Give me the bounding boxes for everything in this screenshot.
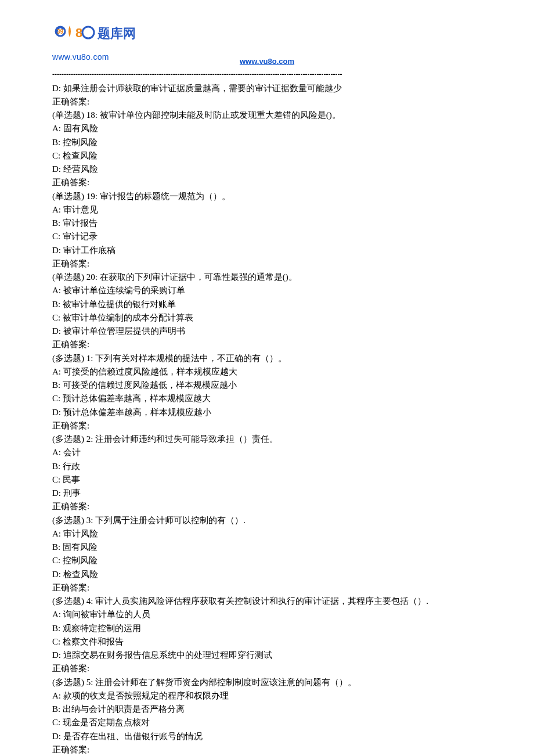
text-line: C: 现金是否定期盘点核对 bbox=[52, 716, 482, 729]
text-line: 正确答案: bbox=[52, 257, 482, 271]
text-line: D: 检查风险 bbox=[52, 568, 482, 581]
text-line: D: 被审计单位管理层提供的声明书 bbox=[52, 325, 482, 338]
text-line: 正确答案: bbox=[52, 419, 482, 433]
text-line: (单选题) 19: 审计报告的标题统一规范为（）。 bbox=[52, 190, 482, 203]
text-line: B: 出纳与会计的职责是否严格分离 bbox=[52, 703, 482, 716]
text-line: B: 控制风险 bbox=[52, 136, 482, 149]
text-line: C: 审计记录 bbox=[52, 230, 482, 243]
logo-image: 39 8 题库网 bbox=[52, 23, 145, 51]
text-line: C: 检查风险 bbox=[52, 149, 482, 163]
text-line: C: 预计总体偏差率越高，样本规模应越大 bbox=[52, 392, 482, 405]
text-line: (多选题) 4: 审计人员实施风险评估程序获取有关控制设计和执行的审计证据，其程… bbox=[52, 595, 482, 608]
text-line: D: 经营风险 bbox=[52, 163, 482, 176]
text-line: A: 会计 bbox=[52, 446, 482, 459]
question-content: D: 如果注册会计师获取的审计证据质量越高，需要的审计证据数量可能越少 正确答案… bbox=[52, 82, 482, 756]
text-line: A: 款项的收支是否按照规定的程序和权限办理 bbox=[52, 689, 482, 703]
site-link[interactable]: www.vu8o.com bbox=[240, 57, 294, 66]
text-line: B: 行政 bbox=[52, 460, 482, 473]
text-line: B: 可接受的信赖过度风险越低，样本规模应越小 bbox=[52, 379, 482, 392]
text-line: A: 审计意见 bbox=[52, 203, 482, 217]
text-line: 正确答案: bbox=[52, 662, 482, 675]
svg-text:8: 8 bbox=[75, 26, 82, 40]
text-line: A: 询问被审计单位的人员 bbox=[52, 608, 482, 621]
text-line: D: 刑事 bbox=[52, 487, 482, 500]
text-line: B: 观察特定控制的运用 bbox=[52, 622, 482, 635]
text-line: B: 固有风险 bbox=[52, 541, 482, 554]
text-line: C: 控制风险 bbox=[52, 554, 482, 567]
text-line: 正确答案: bbox=[52, 581, 482, 595]
text-line: C: 检察文件和报告 bbox=[52, 635, 482, 649]
text-line: A: 可接受的信赖过度风险越低，样本规模应越大 bbox=[52, 365, 482, 379]
text-line: D: 如果注册会计师获取的审计证据质量越高，需要的审计证据数量可能越少 bbox=[52, 82, 482, 95]
header-link-row: www.vu8o.com bbox=[52, 55, 482, 68]
text-line: 正确答案: bbox=[52, 743, 482, 756]
text-line: D: 审计工作底稿 bbox=[52, 244, 482, 257]
text-line: D: 预计总体偏差率越高，样本规模应越小 bbox=[52, 406, 482, 419]
svg-point-3 bbox=[82, 27, 94, 38]
text-line: 正确答案: bbox=[52, 338, 482, 351]
svg-text:题库网: 题库网 bbox=[97, 26, 136, 41]
text-line: D: 是否存在出租、出借银行账号的情况 bbox=[52, 730, 482, 743]
text-line: C: 民事 bbox=[52, 473, 482, 487]
text-line: (单选题) 18: 被审计单位内部控制未能及时防止或发现重大差错的风险是()。 bbox=[52, 109, 482, 122]
text-line: (多选题) 2: 注册会计师违约和过失可能导致承担（）责任。 bbox=[52, 433, 482, 446]
text-line: B: 被审计单位提供的银行对账单 bbox=[52, 298, 482, 311]
text-line: 正确答案: bbox=[52, 500, 482, 513]
text-line: 正确答案: bbox=[52, 176, 482, 189]
text-line: 正确答案: bbox=[52, 95, 482, 109]
text-line: D: 追踪交易在财务报告信息系统中的处理过程即穿行测试 bbox=[52, 649, 482, 662]
text-line: (多选题) 1: 下列有关对样本规模的提法中，不正确的有（）。 bbox=[52, 352, 482, 365]
text-line: (多选题) 3: 下列属于注册会计师可以控制的有（）. bbox=[52, 514, 482, 527]
text-line: (多选题) 5: 注册会计师在了解货币资金内部控制制度时应该注意的问题有（）。 bbox=[52, 676, 482, 689]
text-line: B: 审计报告 bbox=[52, 217, 482, 230]
header-divider: ----------------------------------------… bbox=[52, 69, 482, 80]
text-line: A: 被审计单位连续编号的采购订单 bbox=[52, 284, 482, 297]
text-line: (单选题) 20: 在获取的下列审计证据中，可靠性最强的通常是()。 bbox=[52, 271, 482, 284]
svg-text:39: 39 bbox=[57, 28, 64, 35]
text-line: A: 审计风险 bbox=[52, 527, 482, 541]
text-line: A: 固有风险 bbox=[52, 122, 482, 135]
text-line: C: 被审计单位编制的成本分配计算表 bbox=[52, 311, 482, 325]
